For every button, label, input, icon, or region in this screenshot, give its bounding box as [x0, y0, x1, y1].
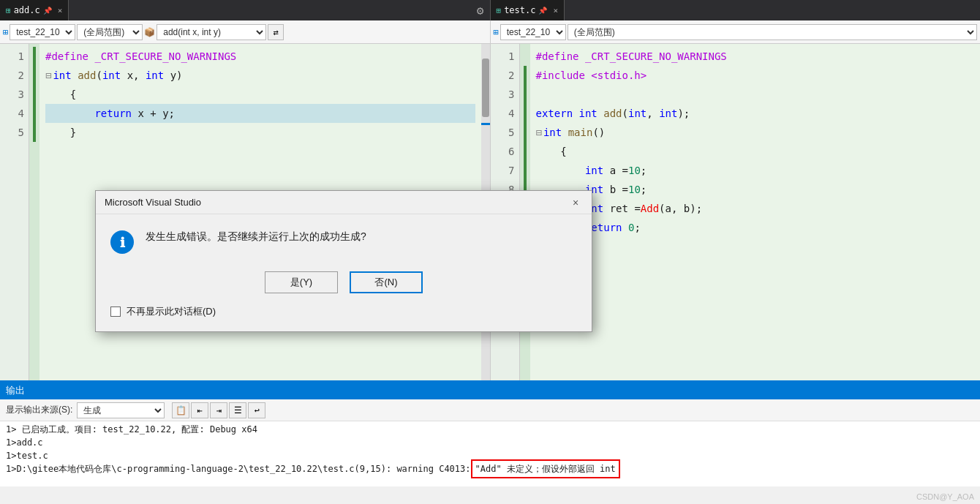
dialog-message-text: 发生生成错误。是否继续并运行上次的成功生成? — [146, 229, 366, 244]
dialog: Microsoft Visual Studio × ℹ 发生生成错误。是否继续并… — [95, 190, 592, 332]
dialog-body: ℹ 发生生成错误。是否继续并运行上次的成功生成? 是(Y) 否(N) 不再显示此… — [96, 214, 592, 331]
dialog-yes-button[interactable]: 是(Y) — [265, 271, 338, 293]
dialog-checkbox[interactable] — [110, 306, 121, 317]
dialog-titlebar: Microsoft Visual Studio × — [96, 191, 592, 214]
dialog-footer: 不再显示此对话框(D) — [110, 305, 577, 324]
dialog-close-button[interactable]: × — [568, 195, 583, 210]
dialog-title: Microsoft Visual Studio — [105, 197, 201, 208]
dialog-message-row: ℹ 发生生成错误。是否继续并运行上次的成功生成? — [110, 229, 577, 254]
dialog-info-icon: ℹ — [110, 230, 134, 254]
dialog-overlay: Microsoft Visual Studio × ℹ 发生生成错误。是否继续并… — [0, 0, 980, 504]
dialog-checkbox-label: 不再显示此对话框(D) — [127, 305, 216, 318]
dialog-buttons: 是(Y) 否(N) — [110, 271, 577, 293]
dialog-no-button[interactable]: 否(N) — [350, 271, 423, 293]
